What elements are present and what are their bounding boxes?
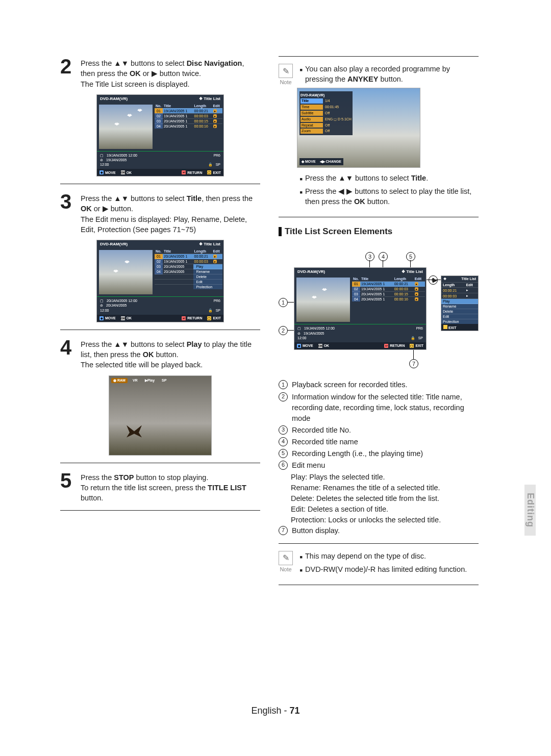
osd-title: Title List (199, 96, 220, 101)
note-icon: ✎ (279, 551, 293, 565)
diagram-legend: 1Playback screen for recorded titles. 2I… (279, 380, 479, 536)
section-tab-editing: Editing (524, 485, 536, 536)
osd-button-bar: ◆MOVE OKOK ↩RETURN ▢EXIT (97, 169, 223, 176)
step-text: Press the ▲▼ buttons to select Disc Navi… (81, 56, 260, 89)
step-4: 4 Press the ▲▼ buttons to select Play to… (60, 337, 260, 370)
note-anykey: ✎ Note You can also play a recorded prog… (279, 64, 479, 210)
step-3: 3 Press the ▲▼ buttons to select Title, … (60, 191, 260, 235)
osd-info: ▢19/JAN/2005 12:00PR6 ⊘19/JAN/2005 12:00… (97, 151, 223, 169)
divider (60, 184, 260, 184)
anykey-screenshot: DVD-RAM(VR) Title1/4 Time00:01:45 Subtit… (297, 88, 420, 168)
page-footer: English - 71 (0, 705, 551, 716)
osd-title-list-1: DVD-RAM(VR) Title List No.TitleLengthEdi… (96, 94, 224, 177)
playback-screenshot: ◉ RAM VR ▶Play SP (109, 375, 212, 456)
diagram-main-osd: DVD-RAM(VR) Title List No.TitleLengthEdi… (294, 267, 427, 349)
step-number: 2 (60, 56, 76, 89)
step-2: 2 Press the ▲▼ buttons to select Disc Na… (60, 56, 260, 89)
step-5: 5 Press the STOP button to stop playing.… (60, 470, 260, 503)
title-list-diagram: 3 4 5 1 2 6 ▶ 7 DVD-RAM(VR) (279, 242, 479, 374)
manual-page: 2 Press the ▲▼ buttons to select Disc Na… (0, 0, 551, 756)
diagram-edit-popout: ❖Title List LengthEdit 00:00:21▸ 00:00:0… (441, 275, 479, 331)
left-column: 2 Press the ▲▼ buttons to select Disc Na… (60, 56, 260, 592)
osd-table: No.TitleLengthEdit 0119/JAN/2005 100:00:… (155, 103, 223, 151)
section-heading: Title List Screen Elements (279, 226, 479, 237)
osd-title-list-2: DVD-RAM(VR) Title List No.TitleLengthEdi… (96, 240, 224, 322)
right-column: ✎ Note You can also play a recorded prog… (279, 56, 479, 592)
note-disc-type: ✎ Note This may depend on the type of di… (279, 551, 479, 578)
osd-preview (99, 105, 153, 149)
osd-device: DVD-RAM(VR) (100, 96, 128, 101)
two-column-content: 2 Press the ▲▼ buttons to select Disc Na… (60, 56, 479, 592)
note-icon: ✎ (279, 64, 293, 78)
